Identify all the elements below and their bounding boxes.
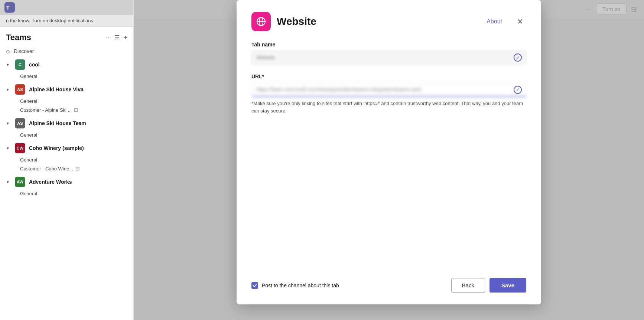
more-options-icon[interactable]: ··· xyxy=(106,34,111,42)
url-valid-icon: ✓ xyxy=(514,86,522,94)
channel-icon: ⊡ xyxy=(74,107,78,113)
team-header-coho[interactable]: ▼ CW Coho Winery (sample) xyxy=(0,141,133,156)
channel-cool-general[interactable]: General xyxy=(0,72,133,81)
add-team-icon[interactable]: + xyxy=(123,34,127,42)
team-avatar-alpine-team: AS xyxy=(15,118,25,128)
sidebar-top-bar: T xyxy=(0,0,133,15)
save-button[interactable]: Save xyxy=(489,278,526,293)
collapse-arrow-icon: ▼ xyxy=(6,146,10,150)
collapse-arrow-icon: ▼ xyxy=(6,63,10,67)
sidebar-title: Teams xyxy=(6,33,31,42)
team-group-adventure: ▼ AW Adventure Works General xyxy=(0,174,133,198)
modal-footer: Post to the channel about this tab Back … xyxy=(251,269,526,293)
team-avatar-cool: C xyxy=(15,59,25,70)
filter-icon[interactable]: ☰ xyxy=(114,34,120,42)
url-field-group: URL* ✓ *Make sure you're only linking to… xyxy=(251,74,526,114)
sidebar: T n the know. Turn on desktop notificati… xyxy=(0,0,134,320)
post-to-channel-label: Post to the channel about this tab xyxy=(262,283,339,288)
url-input-wrapper: ✓ xyxy=(251,82,526,97)
close-button[interactable]: ✕ xyxy=(514,16,526,27)
channel-label: General xyxy=(20,191,37,196)
modal-title: Website xyxy=(277,16,481,27)
team-header-cool[interactable]: ▼ C cool xyxy=(0,57,133,72)
url-label: URL* xyxy=(251,74,526,79)
collapse-arrow-icon: ▼ xyxy=(6,121,10,125)
svg-text:T: T xyxy=(6,5,10,11)
team-name-coho: Coho Winery (sample) xyxy=(29,145,84,151)
team-group-coho: ▼ CW Coho Winery (sample) General Custom… xyxy=(0,141,133,173)
team-group-alpine-team: ▼ AS Alpine Ski House Team General xyxy=(0,116,133,139)
channel-label: Customer - Alpine Ski ... xyxy=(20,107,72,113)
sidebar-header: Teams ··· ☰ + xyxy=(0,27,133,45)
url-hint-text: *Make sure you're only linking to sites … xyxy=(251,100,526,114)
discover-label: Discover xyxy=(14,48,34,54)
modal-footer-buttons: Back Save xyxy=(451,278,526,293)
tab-name-input[interactable] xyxy=(251,50,526,65)
channel-alpine-viva-customer[interactable]: Customer - Alpine Ski ... ⊡ xyxy=(0,105,133,114)
team-avatar-coho: CW xyxy=(15,143,25,153)
back-button[interactable]: Back xyxy=(451,278,485,293)
notification-text: n the know. Turn on desktop notification… xyxy=(6,18,94,23)
channel-alpine-viva-general[interactable]: General xyxy=(0,97,133,105)
team-group-alpine-viva: ▼ AS Alpine Ski House Viva General Custo… xyxy=(0,82,133,114)
teams-logo-icon: T xyxy=(4,2,15,13)
discover-icon: ◇ xyxy=(6,48,10,54)
team-header-alpine-team[interactable]: ▼ AS Alpine Ski House Team xyxy=(0,116,133,131)
about-link[interactable]: About xyxy=(487,18,502,25)
collapse-arrow-icon: ▼ xyxy=(6,88,10,92)
channel-label: General xyxy=(20,157,37,163)
team-name-alpine-team: Alpine Ski House Team xyxy=(29,120,86,126)
modal-dialog: Website About ✕ Tab name ✓ URL* xyxy=(237,0,541,304)
channel-adventure-general[interactable]: General xyxy=(0,189,133,198)
team-avatar-alpine-viva: AS xyxy=(15,84,25,95)
collapse-arrow-icon: ▼ xyxy=(6,180,10,184)
sidebar-item-discover[interactable]: ◇ Discover xyxy=(0,45,133,57)
tab-name-valid-icon: ✓ xyxy=(514,53,522,62)
tab-name-label: Tab name xyxy=(251,42,526,48)
team-avatar-adventure: AW xyxy=(15,177,25,187)
team-name-cool: cool xyxy=(29,62,40,68)
post-to-channel-group: Post to the channel about this tab xyxy=(251,282,339,289)
post-to-channel-checkbox[interactable] xyxy=(251,282,258,289)
modal-header: Website About ✕ xyxy=(251,12,526,31)
tab-name-input-wrapper: ✓ xyxy=(251,50,526,65)
sidebar-actions: ··· ☰ + xyxy=(106,34,127,42)
channel-label: General xyxy=(20,132,37,138)
team-header-adventure[interactable]: ▼ AW Adventure Works xyxy=(0,174,133,189)
channel-icon: ⊡ xyxy=(75,166,80,172)
modal-overlay: Website About ✕ Tab name ✓ URL* xyxy=(134,0,644,320)
channel-label: General xyxy=(20,98,37,104)
tab-name-field-group: Tab name ✓ xyxy=(251,42,526,65)
team-name-adventure: Adventure Works xyxy=(29,179,72,185)
channel-alpine-team-general[interactable]: General xyxy=(0,131,133,139)
channel-coho-customer[interactable]: Customer - Coho Wine... ⊡ xyxy=(0,164,133,173)
modal-spacer xyxy=(251,123,526,269)
team-name-alpine-viva: Alpine Ski House Viva xyxy=(29,86,84,92)
channel-label: Customer - Coho Wine... xyxy=(20,166,73,172)
notification-bar: n the know. Turn on desktop notification… xyxy=(0,15,133,27)
website-app-icon xyxy=(251,12,271,31)
main-area: ··· Turn on ⊟ Website About xyxy=(134,0,644,320)
team-group-cool: ▼ C cool General xyxy=(0,57,133,81)
channel-coho-general[interactable]: General xyxy=(0,156,133,164)
channel-label: General xyxy=(20,74,37,79)
url-input[interactable] xyxy=(251,82,526,97)
team-header-alpine-viva[interactable]: ▼ AS Alpine Ski House Viva xyxy=(0,82,133,97)
